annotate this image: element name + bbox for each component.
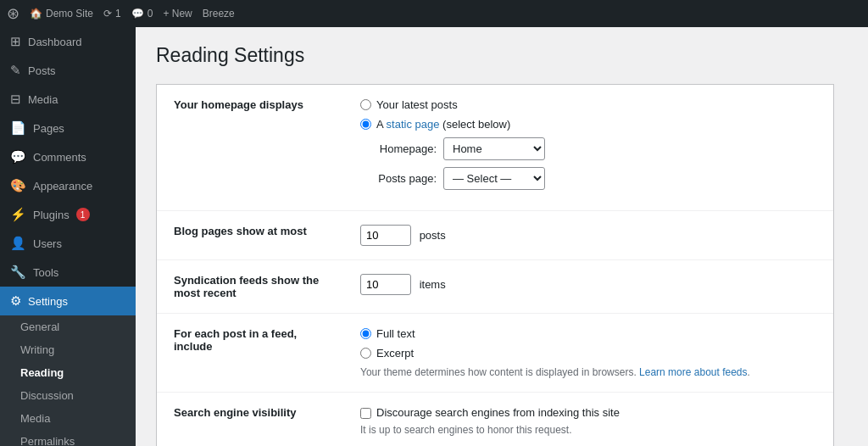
sidebar-item-appearance[interactable]: 🎨 Appearance [0,171,136,200]
radio-full-text[interactable] [360,328,371,339]
home-icon: 🏠 [30,8,42,20]
radio-static-page[interactable] [360,119,371,130]
adminbar-updates[interactable]: ⟳ 1 [103,8,121,20]
adminbar-breeze[interactable]: Breeze [203,8,235,20]
page-title: Reading Settings [156,44,848,67]
visibility-row: Search engine visibility Discourage sear… [157,393,833,447]
homepage-selector-row: Homepage: Home [360,137,816,160]
plugins-icon: ⚡ [10,207,26,222]
blog-pages-label: Blog pages show at most [157,211,343,260]
radio-excerpt[interactable] [360,348,371,359]
blog-pages-value: posts [343,211,833,260]
homepage-displays-row: Your homepage displays Your latest posts… [157,85,833,211]
form-table: Your homepage displays Your latest posts… [157,85,833,446]
sidebar-item-pages[interactable]: 📄 Pages [0,114,136,142]
feed-excerpt-option: Excerpt [360,347,816,360]
visibility-checkbox[interactable] [360,408,371,419]
visibility-note: It is up to search engines to honor this… [360,424,816,436]
homepage-displays-value: Your latest posts A static page (select … [343,85,833,211]
updates-icon: ⟳ [103,8,112,20]
submenu-general[interactable]: General [0,315,136,338]
visibility-checkbox-label: Discourage search engines from indexing … [376,406,620,419]
main-content: Reading Settings Your homepage displays … [136,27,868,446]
feed-description: Your theme determines how content is dis… [360,366,816,378]
radio-latest-posts[interactable] [360,99,371,110]
comment-icon: 💬 [131,8,144,20]
admin-bar: ⊛ 🏠 Demo Site ⟳ 1 💬 0 + New Breeze [0,0,868,27]
static-page-link[interactable]: static page [387,118,440,131]
submenu-writing[interactable]: Writing [0,338,136,361]
feed-full-text-option: Full text [360,327,816,340]
homepage-displays-label: Your homepage displays [157,85,343,211]
tools-icon: 🔧 [10,265,26,280]
sidebar-item-users[interactable]: 👤 Users [0,229,136,258]
posts-page-selector-label: Posts page: [360,172,437,185]
sidebar-item-settings[interactable]: ⚙ Settings [0,287,136,315]
posts-page-selector-row: Posts page: — Select — [360,167,816,190]
learn-more-link[interactable]: Learn more about feeds [639,366,747,378]
radio-latest-posts-label: Your latest posts [376,98,458,111]
comments-icon: 💬 [10,149,26,164]
plugins-badge: 1 [76,208,90,221]
syndication-input[interactable] [360,274,411,295]
visibility-label: Search engine visibility [157,393,343,447]
appearance-icon: 🎨 [10,178,26,193]
blog-pages-row: Blog pages show at most posts [157,211,833,260]
sidebar-item-dashboard[interactable]: ⊞ Dashboard [0,27,136,56]
feed-excerpt-label: Excerpt [376,347,414,360]
posts-page-select[interactable]: — Select — [443,167,545,190]
feed-include-value: Full text Excerpt Your theme determines … [343,314,833,393]
sidebar-item-media[interactable]: ⊟ Media [0,85,136,114]
settings-icon: ⚙ [10,293,21,309]
media-icon: ⊟ [10,92,21,107]
visibility-checkbox-option: Discourage search engines from indexing … [360,406,816,419]
wp-logo-icon[interactable]: ⊛ [7,4,19,23]
users-icon: 👤 [10,236,26,251]
submenu-discussion[interactable]: Discussion [0,384,136,407]
radio-latest-posts-option: Your latest posts [360,98,816,111]
sidebar-item-comments[interactable]: 💬 Comments [0,142,136,171]
settings-submenu: General Writing Reading Discussion Media… [0,315,136,446]
submenu-permalinks[interactable]: Permalinks [0,430,136,446]
feed-include-row: For each post in a feed, include Full te… [157,314,833,393]
syndication-row: Syndication feeds show the most recent i… [157,260,833,314]
feed-include-label: For each post in a feed, include [157,314,343,393]
submenu-media[interactable]: Media [0,407,136,430]
submenu-reading[interactable]: Reading [0,361,136,384]
homepage-selector-label: Homepage: [360,142,437,155]
settings-form: Your homepage displays Your latest posts… [156,84,834,446]
pages-icon: 📄 [10,120,26,136]
feed-full-text-label: Full text [376,327,415,340]
radio-static-page-label: A static page (select below) [376,118,510,131]
sidebar: ⊞ Dashboard ✎ Posts ⊟ Media 📄 Pages 💬 Co… [0,27,136,446]
sidebar-item-tools[interactable]: 🔧 Tools [0,258,136,287]
adminbar-site[interactable]: 🏠 Demo Site [30,8,93,20]
sidebar-item-plugins[interactable]: ⚡ Plugins 1 [0,200,136,229]
blog-pages-input[interactable] [360,225,411,246]
syndication-label: Syndication feeds show the most recent [157,260,343,314]
syndication-value: items [343,260,833,314]
radio-static-page-option: A static page (select below) [360,118,816,131]
adminbar-new[interactable]: + New [163,8,192,20]
syndication-suffix: items [420,278,446,291]
sidebar-item-posts[interactable]: ✎ Posts [0,56,136,85]
homepage-select[interactable]: Home [443,137,545,160]
visibility-value: Discourage search engines from indexing … [343,393,833,447]
page-selectors: Homepage: Home Posts page: — Select — [360,137,816,190]
posts-icon: ✎ [10,63,21,78]
dashboard-icon: ⊞ [10,34,21,49]
adminbar-comments[interactable]: 💬 0 [131,8,153,20]
blog-pages-suffix: posts [420,229,446,242]
